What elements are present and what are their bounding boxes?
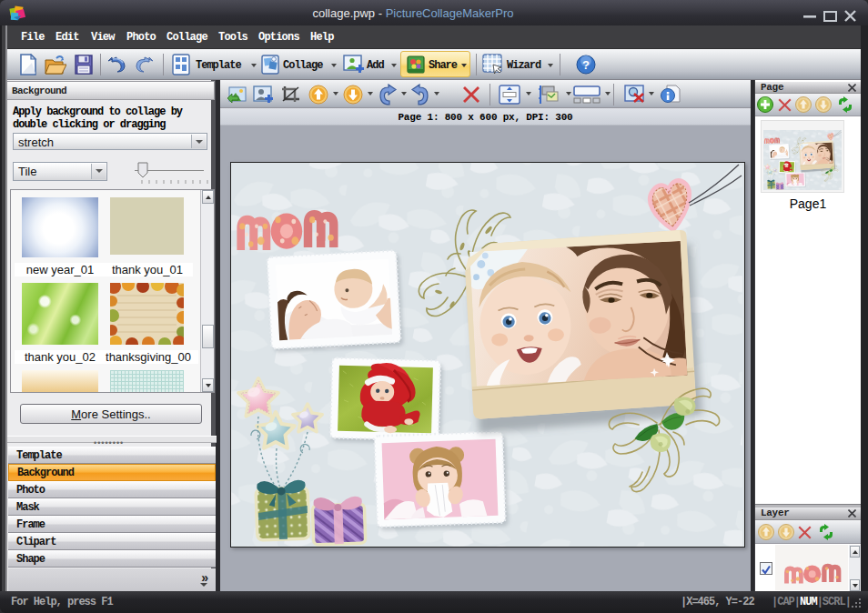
svg-text:?: ? [582, 58, 590, 72]
